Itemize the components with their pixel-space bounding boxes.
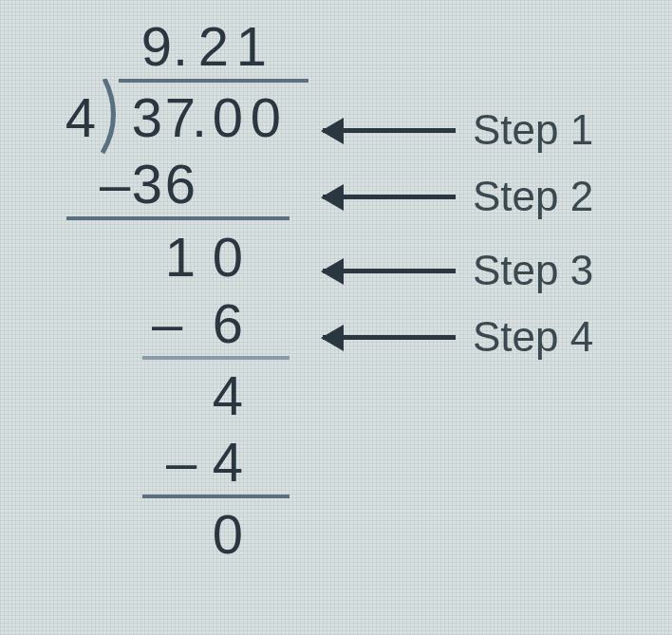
step-label: Step 4: [473, 313, 593, 361]
subtraction-line: [142, 495, 289, 498]
quotient-digit: 9: [138, 14, 176, 78]
subtraction-line: [142, 356, 289, 360]
step-4-annotation: Step 4: [323, 313, 593, 361]
quotient-digit: 2: [195, 14, 233, 78]
quotient-digit: 1: [233, 14, 271, 78]
step-label: Step 1: [473, 106, 593, 154]
arrow-left-icon: [323, 195, 456, 199]
step-label: Step 2: [473, 173, 593, 220]
dividend-decimal: .: [190, 85, 209, 149]
subtraction-digit: 3: [128, 152, 166, 215]
subtraction-line: [66, 216, 289, 220]
quotient-decimal: .: [171, 14, 190, 78]
minus-sign: –: [100, 152, 130, 215]
arrow-left-icon: [323, 269, 456, 273]
result-digit: 1: [161, 225, 199, 289]
arrow-left-icon: [323, 335, 456, 340]
result-digit: 4: [209, 364, 247, 427]
step-1-annotation: Step 1: [323, 106, 593, 154]
division-bar: [119, 79, 308, 83]
divisor: 4: [62, 85, 100, 149]
dividend-digit: 3: [128, 85, 166, 149]
dividend-digit: 0: [209, 85, 247, 149]
step-2-annotation: Step 2: [323, 173, 593, 220]
subtraction-digit: 4: [209, 430, 247, 494]
arrow-left-icon: [323, 128, 456, 133]
final-remainder: 0: [209, 502, 247, 566]
minus-sign: –: [152, 291, 182, 355]
result-digit: 0: [209, 225, 247, 289]
dividend-digit: 0: [247, 85, 285, 149]
minus-sign: –: [166, 430, 196, 494]
step-label: Step 3: [473, 247, 593, 294]
step-3-annotation: Step 3: [323, 247, 593, 294]
subtraction-digit: 6: [161, 152, 199, 215]
subtraction-digit: 6: [209, 291, 247, 355]
